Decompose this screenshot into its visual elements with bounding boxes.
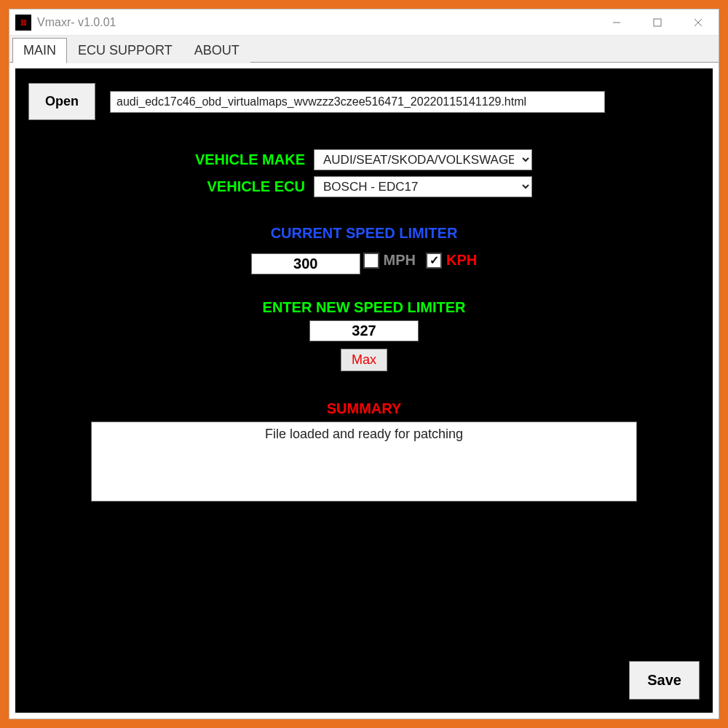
- mph-label: MPH: [384, 252, 416, 269]
- new-limiter-section: ENTER NEW SPEED LIMITER Max: [28, 299, 700, 371]
- save-button[interactable]: Save: [629, 661, 700, 700]
- content-area: Open VEHICLE MAKE AUDI/SEAT/SKODA/VOLKSW…: [9, 62, 719, 719]
- current-limiter-section: CURRENT SPEED LIMITER MPH KPH: [28, 225, 700, 274]
- kph-checkbox[interactable]: [426, 253, 442, 269]
- summary-section: SUMMARY File loaded and ready for patchi…: [28, 400, 700, 502]
- summary-box: File loaded and ready for patching: [91, 422, 637, 502]
- window-controls: [596, 9, 719, 35]
- vehicle-make-row: VEHICLE MAKE AUDI/SEAT/SKODA/VOLKSWAGEN: [159, 149, 700, 170]
- open-button[interactable]: Open: [28, 83, 95, 120]
- new-limiter-input[interactable]: [309, 320, 419, 341]
- close-icon: [693, 17, 703, 28]
- window-title: Vmaxr- v1.0.01: [37, 16, 596, 29]
- mph-checkbox[interactable]: [363, 253, 379, 269]
- main-panel: Open VEHICLE MAKE AUDI/SEAT/SKODA/VOLKSW…: [15, 68, 713, 713]
- vehicle-make-select[interactable]: AUDI/SEAT/SKODA/VOLKSWAGEN: [314, 149, 532, 170]
- svg-rect-1: [654, 19, 661, 26]
- app-icon: ⛓: [15, 15, 31, 31]
- current-limiter-header: CURRENT SPEED LIMITER: [28, 225, 700, 242]
- maximize-icon: [652, 17, 662, 28]
- current-limiter-input[interactable]: [251, 253, 360, 274]
- tab-about[interactable]: ABOUT: [183, 38, 250, 63]
- open-row: Open: [28, 83, 700, 120]
- new-limiter-header: ENTER NEW SPEED LIMITER: [28, 299, 700, 316]
- summary-text: File loaded and ready for patching: [265, 427, 463, 441]
- file-path-input[interactable]: [110, 91, 605, 113]
- vehicle-ecu-select[interactable]: BOSCH - EDC17: [314, 176, 532, 197]
- mph-option[interactable]: MPH: [363, 252, 416, 269]
- tab-bar: MAIN ECU SUPPORT ABOUT: [9, 36, 719, 63]
- titlebar: ⛓ Vmaxr- v1.0.01: [9, 9, 719, 36]
- kph-option[interactable]: KPH: [426, 252, 477, 269]
- minimize-button[interactable]: [596, 9, 637, 35]
- summary-header: SUMMARY: [28, 400, 700, 417]
- close-button[interactable]: [678, 9, 719, 35]
- maximize-button[interactable]: [637, 9, 678, 35]
- max-button[interactable]: Max: [341, 349, 387, 371]
- tab-main[interactable]: MAIN: [12, 38, 67, 63]
- vehicle-ecu-row: VEHICLE ECU BOSCH - EDC17: [159, 176, 700, 197]
- minimize-icon: [612, 17, 622, 28]
- tab-ecu-support[interactable]: ECU SUPPORT: [67, 38, 183, 63]
- app-window: ⛓ Vmaxr- v1.0.01 MAIN ECU SUPPORT ABOUT …: [9, 9, 719, 719]
- vehicle-form: VEHICLE MAKE AUDI/SEAT/SKODA/VOLKSWAGEN …: [159, 149, 700, 197]
- unit-row: MPH KPH: [363, 252, 478, 269]
- kph-label: KPH: [446, 252, 477, 269]
- vehicle-ecu-label: VEHICLE ECU: [159, 178, 305, 195]
- vehicle-make-label: VEHICLE MAKE: [159, 151, 305, 168]
